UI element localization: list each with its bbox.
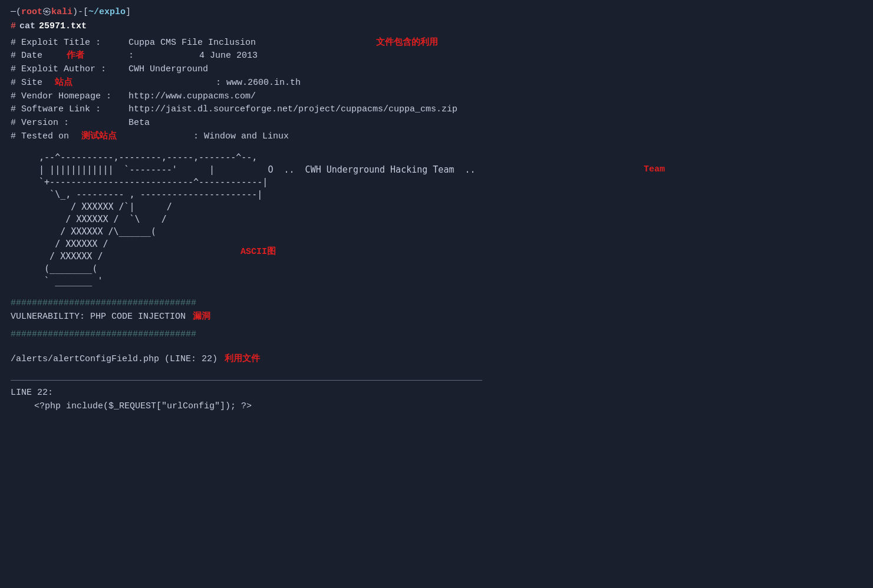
- meta-site: # Site 站点 : www.2600.in.th: [11, 77, 862, 90]
- prompt-path: ~/explo: [88, 6, 126, 19]
- meta-tested-on: # Tested on 测试站点 : Window and Linux: [11, 130, 862, 143]
- separator-line: [11, 380, 482, 381]
- annotation-site: 站点: [55, 77, 73, 90]
- terminal-window: ─(root㉿kali)-[~/explo] # cat 25971.txt 文…: [0, 0, 873, 425]
- vuln-divider-top: ###################################: [11, 297, 862, 310]
- meta-date: # Date 作者 : 4 June 2013: [11, 49, 862, 62]
- meta-vendor: # Vendor Homepage : http://www.cuppacms.…: [11, 90, 862, 103]
- command-hash: #: [11, 20, 16, 33]
- exploit-file-section: /alerts/alertConfigField.php (LINE: 22) …: [11, 348, 862, 371]
- prompt-host: kali: [51, 6, 73, 19]
- annotation-exploit-file: 利用文件: [225, 353, 260, 366]
- exploit-file-path: /alerts/alertConfigField.php (LINE: 22): [11, 353, 218, 366]
- annotation-tested-on: 测试站点: [81, 130, 117, 143]
- prompt-bracket-open: )-[: [73, 6, 88, 19]
- meta-exploit-author: # Exploit Author : CWH Underground: [11, 63, 862, 76]
- vuln-label-line: VULNERABILITY: PHP CODE INJECTION 漏洞: [11, 310, 862, 323]
- prompt-dash: ─(: [11, 6, 21, 19]
- meta-version: # Version : Beta: [11, 117, 862, 130]
- annotation-author: 作者: [67, 49, 84, 62]
- annotation-vulnerability: 漏洞: [193, 310, 210, 323]
- prompt-at: ㉿: [42, 6, 51, 19]
- line22-label: LINE 22:: [11, 387, 862, 399]
- vuln-text: VULNERABILITY: PHP CODE INJECTION: [11, 310, 186, 323]
- meta-software-link: # Software Link : http://jaist.dl.source…: [11, 103, 862, 116]
- meta-block: 文件包含的利用 # Exploit Title : Cuppa CMS File…: [11, 37, 862, 143]
- line22-code: <?php include($_REQUEST["urlConfig"]); ?…: [34, 400, 862, 413]
- command-arg: 25971.txt: [39, 20, 87, 33]
- prompt-line: ─(root㉿kali)-[~/explo]: [11, 6, 862, 19]
- prompt-root: root: [21, 6, 42, 19]
- vuln-divider-bottom: ###################################: [11, 328, 862, 341]
- ascii-art: ,--^----------,--------,-----,-------^--…: [28, 151, 862, 288]
- line22-section: LINE 22: <?php include($_REQUEST["urlCon…: [11, 387, 862, 414]
- annotation-team: Team: [644, 163, 665, 176]
- annotation-ascii: ASCII图: [241, 246, 276, 259]
- annotation-file-inclusion: 文件包含的利用: [376, 37, 438, 49]
- vulnerability-section: ################################### VULN…: [11, 297, 862, 341]
- command-name: cat: [19, 20, 35, 33]
- command-line: # cat 25971.txt: [11, 20, 862, 33]
- ascii-art-section: ASCII图 ,--^----------,--------,-----,---…: [11, 151, 862, 288]
- prompt-bracket-close: ]: [126, 6, 131, 19]
